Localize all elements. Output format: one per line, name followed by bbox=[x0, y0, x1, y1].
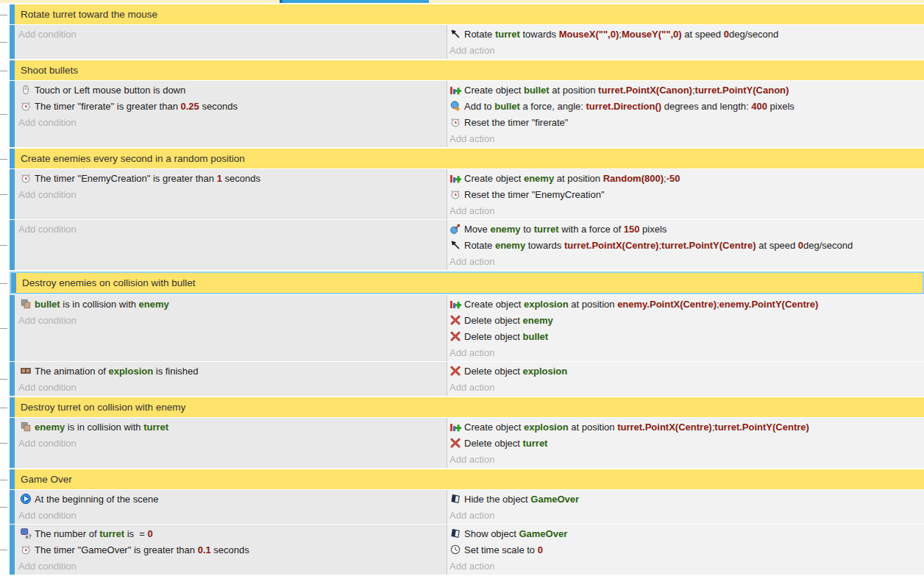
top-scroll-indicator bbox=[280, 0, 429, 3]
parameter-value: enemy.PointX(Centre) bbox=[617, 299, 717, 310]
condition-item[interactable]: The timer "GameOver" is greater than 0.1… bbox=[15, 541, 447, 558]
add-condition-link[interactable]: Add condition bbox=[15, 186, 447, 202]
text-segment: at position bbox=[569, 299, 618, 310]
action-item[interactable]: Move enemy to turret with a force of 150… bbox=[447, 221, 924, 237]
condition-item[interactable]: At the beginning of the scene bbox=[15, 491, 447, 507]
force-icon bbox=[449, 100, 461, 112]
add-condition-link[interactable]: Add condition bbox=[15, 26, 447, 42]
action-item[interactable]: Set time scale to 0 bbox=[447, 541, 924, 558]
event-tree-tick bbox=[0, 114, 7, 115]
add-action-link[interactable]: Add action bbox=[447, 379, 924, 395]
event-group-header[interactable]: Destroy turret on collision with enemy bbox=[15, 397, 924, 417]
condition-item[interactable]: Touch or Left mouse button is down bbox=[15, 82, 447, 98]
action-item[interactable]: Delete object bullet bbox=[447, 328, 924, 344]
action-item[interactable]: Reset the timer "EnemyCreation" bbox=[447, 186, 924, 202]
actions-column: Move enemy to turret with a force of 150… bbox=[447, 220, 924, 270]
conditions-column: enemy is in collision with turretAdd con… bbox=[15, 418, 447, 468]
action-item[interactable]: Delete object turret bbox=[447, 435, 924, 451]
action-item[interactable]: Show object GameOver bbox=[447, 525, 924, 541]
delete-icon bbox=[449, 365, 461, 377]
bottom-strip bbox=[0, 575, 924, 579]
condition-item[interactable]: The timer "EnemyCreation" is greater tha… bbox=[15, 170, 447, 186]
delete-icon bbox=[449, 437, 461, 449]
text-segment: pixels bbox=[640, 224, 667, 235]
text-segment: Hide the object bbox=[464, 494, 530, 505]
text-segment: pixels bbox=[767, 101, 795, 112]
action-item[interactable]: Hide the object GameOver bbox=[447, 491, 924, 507]
add-action-link[interactable]: Add action bbox=[447, 507, 924, 523]
text-segment: Delete object bbox=[464, 331, 523, 342]
event-group-header[interactable]: Rotate turret toward the mouse bbox=[15, 4, 924, 24]
condition-item[interactable]: The timer "firerate" is greater than 0.2… bbox=[15, 98, 447, 114]
event-tree-gutter bbox=[0, 60, 10, 80]
action-item[interactable]: Rotate turret towards MouseX("",0);Mouse… bbox=[447, 26, 924, 42]
conditions-column: x?The number of turret is = 0The timer "… bbox=[15, 525, 447, 575]
parameter-value: 0 bbox=[798, 240, 803, 251]
text-segment: to bbox=[521, 224, 534, 235]
add-action-link[interactable]: Add action bbox=[447, 344, 924, 360]
event-tree-gutter bbox=[0, 169, 10, 219]
event-row: Add conditionMove enemy to turret with a… bbox=[0, 220, 924, 270]
event-row: At the beginning of the sceneAdd conditi… bbox=[0, 490, 924, 524]
action-item[interactable]: Delete object explosion bbox=[447, 363, 924, 379]
condition-item[interactable]: The animation of explosion is finished bbox=[15, 363, 447, 379]
object-name: enemy bbox=[495, 240, 525, 251]
event-group: Game Over bbox=[0, 469, 924, 489]
add-action-link[interactable]: Add action bbox=[447, 253, 924, 269]
action-item[interactable]: Reset the timer "firerate" bbox=[447, 114, 924, 130]
text-segment: Create object bbox=[464, 85, 524, 96]
actions-column: Rotate turret towards MouseX("",0);Mouse… bbox=[447, 25, 924, 59]
object-name: turret bbox=[143, 422, 168, 433]
action-item[interactable]: Delete object enemy bbox=[447, 312, 924, 328]
event-group-header[interactable]: Create enemies every second in a random … bbox=[15, 149, 924, 168]
add-action-link[interactable]: Add action bbox=[447, 42, 924, 58]
event-tree-gutter bbox=[0, 469, 10, 489]
condition-item[interactable]: bullet is in collision with enemy bbox=[15, 296, 447, 312]
text-segment: seconds bbox=[222, 173, 260, 184]
event-tree-tick bbox=[0, 283, 7, 284]
parameter-value: Random(800) bbox=[603, 173, 664, 184]
count-icon: x? bbox=[20, 528, 32, 539]
event-tree-gutter bbox=[0, 25, 10, 59]
add-action-link[interactable]: Add action bbox=[447, 451, 924, 467]
action-item[interactable]: Add to bullet a force, angle: turret.Dir… bbox=[447, 98, 924, 114]
add-condition-link[interactable]: Add condition bbox=[15, 221, 447, 237]
add-condition-link[interactable]: Add condition bbox=[15, 558, 447, 574]
object-name: turret bbox=[495, 29, 520, 40]
text-segment: deg/second bbox=[729, 29, 778, 40]
event-color-bar bbox=[10, 271, 16, 294]
event-group-header[interactable]: Game Over bbox=[15, 469, 924, 489]
text-segment: seconds bbox=[199, 101, 238, 112]
event-color-bar bbox=[10, 149, 15, 168]
add-condition-link[interactable]: Add condition bbox=[15, 435, 447, 451]
create-object-icon bbox=[449, 298, 461, 310]
event-group-header[interactable]: Destroy enemies on collision with bullet bbox=[16, 271, 924, 294]
add-action-link[interactable]: Add action bbox=[447, 558, 924, 574]
condition-item[interactable]: x?The number of turret is = 0 bbox=[15, 525, 447, 541]
event-content: Add conditionRotate turret towards Mouse… bbox=[15, 25, 924, 59]
add-condition-link[interactable]: Add condition bbox=[15, 379, 447, 395]
action-item[interactable]: Create object enemy at position Random(8… bbox=[447, 170, 924, 186]
add-condition-link[interactable]: Add condition bbox=[15, 507, 447, 523]
action-item[interactable]: Rotate enemy towards turret.PointX(Centr… bbox=[447, 237, 924, 253]
text-segment: Touch or Left mouse button is down bbox=[35, 85, 185, 96]
add-condition-link[interactable]: Add condition bbox=[15, 114, 447, 130]
parameter-value: 0.1 bbox=[198, 544, 211, 555]
parameter-value: turret.PointX(Canon) bbox=[598, 85, 692, 96]
action-item[interactable]: Create object explosion at position enem… bbox=[447, 296, 924, 312]
add-action-link[interactable]: Add action bbox=[447, 202, 924, 219]
event-tree-gutter bbox=[0, 81, 10, 147]
action-item[interactable]: Create object explosion at position turr… bbox=[447, 419, 924, 435]
add-action-link[interactable]: Add action bbox=[447, 130, 924, 146]
event-group: Destroy turret on collision with enemy bbox=[0, 397, 924, 417]
add-condition-link[interactable]: Add condition bbox=[15, 312, 447, 328]
event-tree-gutter bbox=[0, 149, 10, 168]
action-item[interactable]: Create object bullet at position turret.… bbox=[447, 82, 924, 98]
condition-item[interactable]: enemy is in collision with turret bbox=[15, 419, 447, 435]
event-color-bar bbox=[10, 60, 15, 80]
event-group-header[interactable]: Shoot bullets bbox=[15, 60, 924, 80]
text-segment: deg/second bbox=[803, 240, 853, 251]
object-name: turret bbox=[534, 224, 559, 235]
animation-icon bbox=[20, 365, 32, 377]
create-object-icon bbox=[449, 421, 461, 433]
